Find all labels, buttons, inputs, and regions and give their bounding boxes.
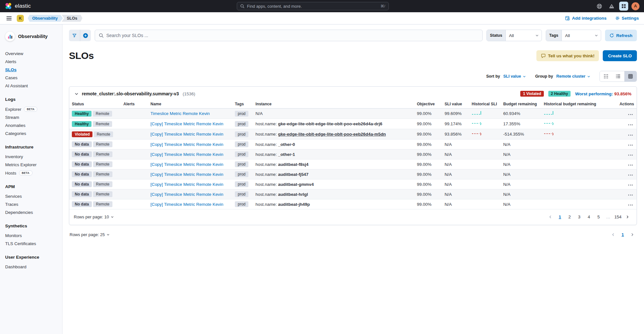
chevron-down-icon	[535, 33, 539, 37]
sidebar-item-dashboard[interactable]: Dashboard	[5, 263, 57, 271]
menu-toggle-button[interactable]	[5, 15, 13, 22]
instance-value[interactable]: gke-edge-lite-oblt-edge-lite-oblt-poo-ee…	[278, 132, 386, 137]
slo-name-link[interactable]: [Copy] Timeslice Metric Remote Kevin	[150, 162, 223, 167]
previous-page-button[interactable]	[546, 214, 554, 220]
filter-button[interactable]	[69, 30, 80, 41]
page-button-154[interactable]: 154	[614, 213, 622, 221]
settings-button[interactable]: Settings	[615, 16, 639, 21]
sidebar-item-categories[interactable]: Categories	[5, 129, 57, 138]
collapse-group-button[interactable]	[74, 91, 79, 97]
previous-page-button[interactable]	[609, 231, 617, 238]
breadcrumb-slos[interactable]: SLOs	[62, 15, 82, 22]
tag-badge: prod	[235, 201, 248, 207]
slo-name-link[interactable]: [Copy] Timeslice Metric Remote Kevin	[150, 172, 223, 177]
column-header-tags: Tags	[232, 100, 253, 109]
sidebar-item-cases[interactable]: Cases	[5, 74, 57, 82]
groups-rows-per-page-label: Rows per page: 25	[70, 232, 105, 237]
user-avatar[interactable]: A	[631, 2, 639, 10]
page-button-1[interactable]: 1	[556, 213, 564, 221]
sidebar-item-label: AI Assistant	[5, 83, 28, 88]
slo-name-link[interactable]: [Copy] Timeslice Metric Remote Kevin	[150, 142, 223, 147]
chevron-down-icon	[594, 33, 598, 37]
sidebar-nav: OverviewAlertsSLOsCasesAI AssistantLogsE…	[5, 50, 57, 271]
page-button-5[interactable]: 5	[594, 213, 603, 221]
refresh-button[interactable]: Refresh	[605, 30, 637, 41]
tag-badge: prod	[235, 171, 248, 177]
sort-by-dropdown[interactable]: SLI value	[503, 74, 526, 79]
sidebar-item-label: Hosts	[5, 171, 16, 176]
add-integrations-button[interactable]: Add integrations	[565, 16, 606, 21]
sidebar-item-slos[interactable]: SLOs	[5, 66, 57, 74]
status-filter-select[interactable]: Status All	[486, 30, 542, 41]
slo-name-link[interactable]: [Copy] Timeslice Metric Remote Kevin	[150, 132, 223, 137]
sidebar-item-monitors[interactable]: Monitors	[5, 232, 57, 240]
row-actions-button[interactable]	[627, 133, 634, 137]
rows-per-page-button[interactable]: Rows per page: 10	[74, 215, 114, 219]
instance-value: auditbeat-hrlgl	[278, 192, 308, 197]
remote-badge: Remote	[93, 141, 112, 147]
slo-search-input[interactable]: Search your SLOs ...	[95, 30, 483, 41]
sidebar-item-alerts[interactable]: Alerts	[5, 58, 57, 66]
slo-name-link[interactable]: Timeslice Metric Remote Kevin	[150, 111, 210, 116]
groups-pagination: 1	[609, 230, 636, 239]
page-button-2[interactable]: 2	[565, 213, 574, 221]
sidebar-item-anomalies[interactable]: Anomalies	[5, 121, 57, 129]
tag-badge: prod	[235, 191, 248, 197]
slo-name-link[interactable]: [Copy] Timeslice Metric Remote Kevin	[150, 192, 223, 197]
row-actions-button[interactable]	[627, 173, 634, 177]
create-slo-button[interactable]: Create SLO	[603, 50, 637, 61]
historical-sli-cell	[469, 139, 501, 149]
next-page-button[interactable]	[628, 231, 636, 238]
help-button[interactable]	[595, 2, 604, 11]
groups-rows-per-page-button[interactable]: Rows per page: 25	[70, 232, 110, 237]
tags-filter-select[interactable]: Tags All	[546, 30, 601, 41]
feedback-button[interactable]: Tell us what you think!	[536, 50, 599, 61]
sidebar-item-dependencies[interactable]: Dependencies	[5, 208, 57, 216]
add-slo-quick-button[interactable]	[80, 30, 91, 41]
slo-name-link[interactable]: [Copy] Timeslice Metric Remote Kevin	[150, 121, 223, 126]
row-actions-button[interactable]	[627, 123, 634, 127]
group-by-dropdown[interactable]: Remote cluster	[556, 74, 591, 79]
apps-menu-button[interactable]	[619, 2, 628, 11]
sidebar-item-services[interactable]: Services	[5, 192, 57, 200]
slo-name-link[interactable]: [Copy] Timeslice Metric Remote Kevin	[150, 152, 223, 157]
newsfeed-button[interactable]	[607, 2, 616, 11]
breadcrumb-observability[interactable]: Observability	[28, 15, 63, 22]
sidebar-item-overview[interactable]: Overview	[5, 50, 57, 58]
row-actions-button[interactable]	[627, 143, 634, 147]
row-actions-button[interactable]	[627, 193, 634, 197]
instance-prefix: host.name:	[255, 192, 278, 197]
sidebar-item-stream[interactable]: Stream	[5, 113, 57, 121]
speech-bubble-icon	[541, 53, 546, 58]
sidebar-item-tls-certificates[interactable]: TLS Certificates	[5, 240, 57, 248]
page-button-3[interactable]: 3	[575, 213, 583, 221]
sidebar-item-label: Cases	[5, 75, 17, 80]
page-button-4[interactable]: 4	[585, 213, 593, 221]
page-button-1[interactable]: 1	[619, 230, 627, 239]
next-page-button[interactable]	[623, 214, 631, 220]
table-view-button[interactable]	[624, 71, 637, 81]
slo-name-link[interactable]: [Copy] Timeslice Metric Remote Kevin	[150, 182, 223, 187]
sparkline	[544, 131, 555, 137]
sidebar-item-ai-assistant[interactable]: AI Assistant	[5, 82, 57, 90]
table-footer: Rows per page: 10 12345…154	[69, 209, 637, 225]
row-actions-button[interactable]	[627, 203, 634, 207]
sidebar-item-inventory[interactable]: Inventory	[5, 153, 57, 161]
elastic-logo[interactable]: elastic	[5, 2, 31, 10]
row-actions-button[interactable]	[627, 113, 634, 116]
sidebar-item-traces[interactable]: Traces	[5, 200, 57, 208]
list-view-button[interactable]	[612, 71, 624, 81]
slo-name-link[interactable]: [Copy] Timeslice Metric Remote Kevin	[150, 202, 223, 207]
space-avatar[interactable]: K	[17, 15, 24, 22]
sidebar-item-explorer[interactable]: ExplorerBETA	[5, 105, 57, 113]
row-actions-button[interactable]	[627, 183, 634, 187]
sli-value-cell: 93.856%	[442, 129, 469, 139]
sidebar-item-label: Dependencies	[5, 210, 33, 215]
global-search-input[interactable]: Find apps, content, and more. ⌘/	[237, 2, 389, 10]
global-header: elastic Find apps, content, and more. ⌘/…	[0, 0, 644, 12]
sidebar-item-hosts[interactable]: HostsBETA	[5, 169, 57, 177]
row-actions-button[interactable]	[627, 163, 634, 167]
card-view-button[interactable]	[600, 71, 612, 81]
row-actions-button[interactable]	[627, 153, 634, 157]
sidebar-item-metrics-explorer[interactable]: Metrics Explorer	[5, 161, 57, 169]
